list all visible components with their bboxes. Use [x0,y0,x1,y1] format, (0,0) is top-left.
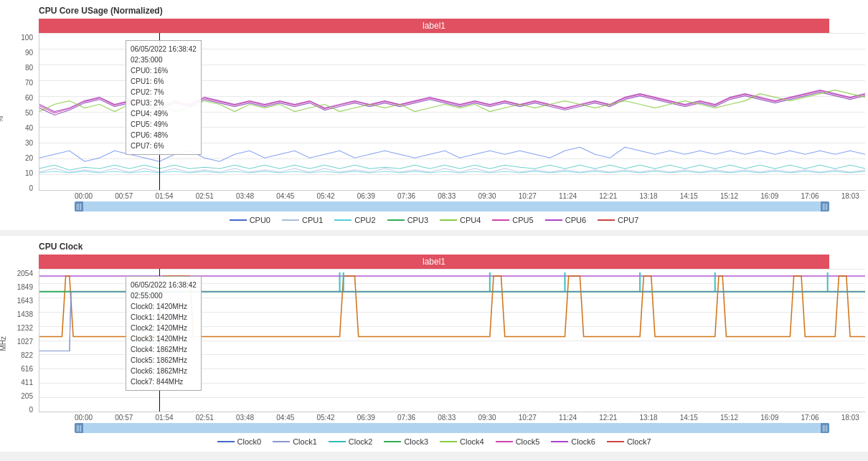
x-tick: 05:42 [317,414,335,422]
legend-clock6-label: Clock6 [571,437,595,446]
y-tick: 80 [25,65,33,72]
x-tick: 14:15 [680,192,698,200]
y-tick: 411 [21,379,33,386]
legend-clock4-line [440,441,457,442]
cpu-clock-label-bar: label1 [39,255,829,269]
legend-clock5-label: Clock5 [516,437,540,446]
x-tick: 12:21 [599,414,617,422]
y-tick: 1232 [17,325,33,332]
cpu-clock-svg [39,269,865,412]
legend-cpu4-line [440,219,457,221]
legend-clock7: Clock7 [607,437,651,446]
x-tick: 08:33 [438,414,456,422]
y-tick: 40 [25,125,33,132]
legend-clock5: Clock5 [496,437,540,446]
legend-cpu7-label: CPU7 [618,216,638,224]
legend-clock1-line [273,441,290,442]
legend-clock4: Clock4 [440,437,484,446]
legend-cpu1-line [282,219,299,221]
legend-cpu4: CPU4 [440,216,481,224]
legend-cpu6-label: CPU6 [565,216,586,224]
cpu-usage-chart-area: label1 % 100 90 80 70 60 50 40 30 20 10 … [3,19,865,227]
x-tick: 11:24 [559,414,577,422]
y-tick: 1643 [17,298,33,305]
legend-cpu5: CPU5 [492,216,533,224]
legend-clock1: Clock1 [273,437,317,446]
cpu-usage-y-unit: % [0,116,4,123]
cpu-usage-svg [39,33,865,190]
cpu-clock-x-axis: 00:00 00:57 01:54 02:51 03:48 04:45 05:4… [75,412,859,422]
y-tick: 70 [25,80,33,87]
cpu-clock-legend: Clock0 Clock1 Clock2 Clock3 Clock4 Clock… [3,437,865,446]
x-tick: 12:21 [599,192,617,200]
legend-cpu1-label: CPU1 [302,216,323,224]
x-tick: 17:06 [801,192,819,200]
legend-clock7-label: Clock7 [627,437,651,446]
clock-scrollbar-right-handle[interactable]: ||| [821,423,829,433]
legend-cpu3: CPU3 [387,216,428,224]
cpu-usage-scrollbar[interactable]: ||| ||| [75,201,829,212]
cpu-clock-container: CPU Clock label1 MHz 2054 1849 1643 1438… [0,236,868,452]
cpu-clock-scrollbar[interactable]: ||| ||| [75,423,829,433]
x-tick: 13:18 [640,414,658,422]
y-tick: 616 [21,366,33,373]
legend-cpu0: CPU0 [230,216,270,224]
y-tick: 60 [25,95,33,102]
cpu-clock-plot-wrapper: 06/05/2022 16:38:42 02:55:000 Clock0: 14… [39,269,865,434]
clock-scrollbar-left-handle[interactable]: ||| [75,423,83,433]
legend-cpu3-label: CPU3 [407,216,428,224]
legend-clock2: Clock2 [329,437,373,446]
legend-cpu5-label: CPU5 [512,216,533,224]
cpu-usage-plot-wrapper: 06/05/2022 16:38:42 02:35:000 CPU0: 16% … [39,33,865,213]
cpu-clock-y-unit: MHz [0,336,7,351]
x-tick: 16:09 [760,414,778,422]
x-tick: 11:24 [559,192,577,200]
x-tick: 06:39 [357,192,375,200]
legend-cpu1: CPU1 [282,216,323,224]
legend-cpu2-line [334,219,352,221]
x-tick: 00:00 [75,414,93,422]
legend-clock0: Clock0 [217,437,262,446]
cpu-usage-plot[interactable]: 06/05/2022 16:38:42 02:35:000 CPU0: 16% … [39,33,865,191]
x-tick: 07:36 [397,414,415,422]
x-tick: 04:45 [276,414,294,422]
x-tick: 09:30 [478,192,496,200]
cpu-clock-crosshair [159,269,161,412]
x-tick: 02:51 [196,192,214,200]
x-tick: 14:15 [680,414,698,422]
legend-clock0-line [217,441,235,442]
x-tick: 10:27 [519,414,537,422]
legend-cpu4-label: CPU4 [460,216,481,224]
legend-cpu7: CPU7 [598,216,638,224]
legend-clock2-line [329,441,346,442]
y-tick: 1027 [17,338,33,346]
legend-clock6-line [551,441,568,442]
legend-cpu6: CPU6 [545,216,586,224]
legend-clock3-line [384,441,401,442]
y-tick: 1849 [17,284,33,291]
legend-clock0-label: Clock0 [237,437,262,446]
y-tick: 90 [25,49,33,57]
y-tick: 30 [25,140,33,147]
legend-cpu0-line [230,219,247,221]
scrollbar-left-handle[interactable]: ||| [75,201,83,212]
cpu-clock-chart-area: label1 MHz 2054 1849 1643 1438 1232 1027… [3,255,865,449]
scrollbar-right-handle[interactable]: ||| [821,201,829,212]
cpu-usage-x-axis: 00:00 00:57 01:54 02:51 03:48 04:45 05:4… [75,191,859,200]
x-tick: 18:03 [841,414,859,422]
legend-clock3-label: Clock3 [404,437,428,446]
x-tick: 01:54 [156,192,174,200]
x-tick: 07:36 [397,192,415,200]
cpu-clock-title: CPU Clock [3,242,865,252]
cpu-usage-legend: CPU0 CPU1 CPU2 CPU3 CPU4 CPU5 [3,216,865,224]
cpu-usage-label-bar: label1 [39,19,829,33]
x-tick: 00:57 [115,414,133,422]
x-tick: 17:06 [801,414,819,422]
legend-clock2-label: Clock2 [349,437,373,446]
legend-clock3: Clock3 [384,437,428,446]
x-tick: 08:33 [438,192,456,200]
legend-cpu2: CPU2 [334,216,375,224]
x-tick: 09:30 [478,414,496,422]
cpu-clock-plot[interactable]: 06/05/2022 16:38:42 02:55:000 Clock0: 14… [39,269,865,412]
y-tick: 50 [25,110,33,117]
